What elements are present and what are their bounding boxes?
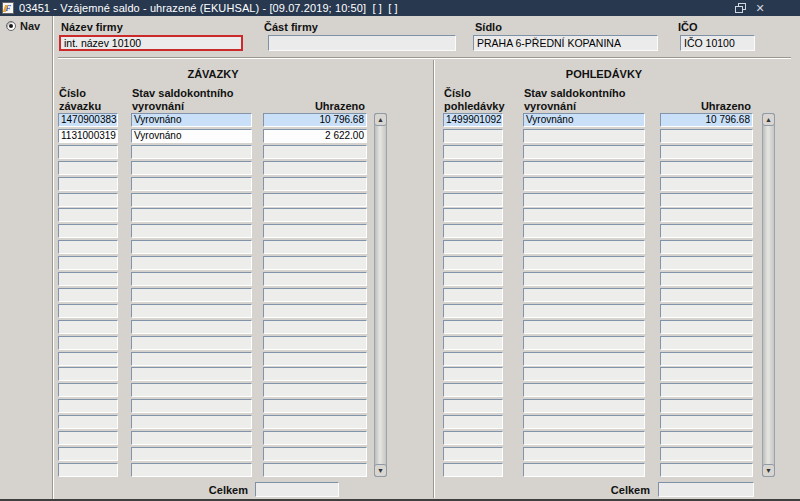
pohledavky-cell-cislo[interactable] xyxy=(443,208,503,222)
zavazky-cell-cislo[interactable] xyxy=(58,431,118,445)
pohledavky-cell-stav[interactable] xyxy=(523,224,645,238)
zavazky-cell-uhrazeno[interactable] xyxy=(263,177,367,191)
pohledavky-cell-uhrazeno[interactable] xyxy=(660,447,753,461)
zavazky-cell-stav[interactable] xyxy=(131,288,252,302)
pohledavky-cell-cislo[interactable] xyxy=(443,304,503,318)
zavazky-cell-cislo[interactable]: 1131000319 xyxy=(58,129,118,143)
pohledavky-cell-stav[interactable] xyxy=(523,431,645,445)
pohledavky-cell-stav[interactable] xyxy=(523,129,645,143)
pohledavky-cell-uhrazeno[interactable] xyxy=(660,193,753,207)
zavazky-cell-stav[interactable] xyxy=(131,463,252,477)
pohledavky-cell-cislo[interactable] xyxy=(443,367,503,381)
pohledavky-scroll-up-icon[interactable]: ▲ xyxy=(762,113,775,126)
zavazky-cell-cislo[interactable] xyxy=(58,208,118,222)
zavazky-cell-cislo[interactable] xyxy=(58,256,118,270)
zavazky-cell-stav[interactable] xyxy=(131,208,252,222)
pohledavky-cell-stav[interactable] xyxy=(523,383,645,397)
pohledavky-cell-stav[interactable] xyxy=(523,161,645,175)
pohledavky-cell-cislo[interactable] xyxy=(443,352,503,366)
zavazky-cell-stav[interactable] xyxy=(131,399,252,413)
zavazky-cell-stav[interactable]: Vyrovnáno xyxy=(131,129,252,143)
pohledavky-cell-stav[interactable] xyxy=(523,177,645,191)
pohledavky-cell-stav[interactable] xyxy=(523,145,645,159)
zavazky-cell-stav[interactable] xyxy=(131,415,252,429)
zavazky-cell-stav[interactable] xyxy=(131,383,252,397)
zavazky-cell-stav[interactable] xyxy=(131,193,252,207)
zavazky-cell-uhrazeno[interactable] xyxy=(263,399,367,413)
pohledavky-cell-uhrazeno[interactable] xyxy=(660,367,753,381)
zavazky-cell-uhrazeno[interactable] xyxy=(263,161,367,175)
nav-radio-group[interactable]: Nav xyxy=(6,20,40,32)
zavazky-cell-uhrazeno[interactable] xyxy=(263,145,367,159)
zavazky-cell-stav[interactable] xyxy=(131,336,252,350)
zavazky-cell-stav[interactable] xyxy=(131,352,252,366)
zavazky-cell-cislo[interactable] xyxy=(58,224,118,238)
pohledavky-cell-cislo[interactable] xyxy=(443,288,503,302)
pohledavky-cell-uhrazeno[interactable] xyxy=(660,383,753,397)
pohledavky-cell-cislo[interactable] xyxy=(443,415,503,429)
zavazky-cell-stav[interactable] xyxy=(131,367,252,381)
pohledavky-cell-cislo[interactable] xyxy=(443,240,503,254)
pohledavky-cell-cislo[interactable] xyxy=(443,272,503,286)
zavazky-cell-cislo[interactable] xyxy=(58,304,118,318)
pohledavky-cell-cislo[interactable] xyxy=(443,320,503,334)
pohledavky-cell-stav[interactable] xyxy=(523,399,645,413)
pohledavky-cell-uhrazeno[interactable] xyxy=(660,431,753,445)
restore-window-icon[interactable] xyxy=(734,2,746,14)
zavazky-cell-cislo[interactable] xyxy=(58,272,118,286)
zavazky-cell-cislo[interactable] xyxy=(58,399,118,413)
pohledavky-cell-cislo[interactable] xyxy=(443,447,503,461)
nazev-firmy-input[interactable]: int. název 10100 xyxy=(59,35,243,51)
zavazky-cell-cislo[interactable] xyxy=(58,383,118,397)
zavazky-cell-cislo[interactable] xyxy=(58,193,118,207)
zavazky-cell-cislo[interactable] xyxy=(58,352,118,366)
zavazky-cell-uhrazeno[interactable] xyxy=(263,367,367,381)
pohledavky-cell-stav[interactable] xyxy=(523,193,645,207)
zavazky-cell-stav[interactable] xyxy=(131,145,252,159)
zavazky-cell-uhrazeno[interactable] xyxy=(263,352,367,366)
zavazky-cell-uhrazeno[interactable] xyxy=(263,304,367,318)
pohledavky-cell-cislo[interactable] xyxy=(443,463,503,477)
pohledavky-cell-uhrazeno[interactable] xyxy=(660,320,753,334)
pohledavky-cell-uhrazeno[interactable] xyxy=(660,224,753,238)
pohledavky-cell-stav[interactable] xyxy=(523,320,645,334)
pohledavky-cell-uhrazeno[interactable] xyxy=(660,463,753,477)
pohledavky-cell-cislo[interactable] xyxy=(443,145,503,159)
pohledavky-cell-uhrazeno[interactable] xyxy=(660,177,753,191)
zavazky-scroll-up-icon[interactable]: ▲ xyxy=(374,113,387,126)
pohledavky-cell-cislo[interactable] xyxy=(443,256,503,270)
zavazky-cell-cislo[interactable] xyxy=(58,177,118,191)
pohledavky-cell-stav[interactable] xyxy=(523,304,645,318)
pohledavky-cell-uhrazeno[interactable] xyxy=(660,288,753,302)
pohledavky-cell-cislo[interactable] xyxy=(443,177,503,191)
zavazky-cell-cislo[interactable] xyxy=(58,145,118,159)
pohledavky-cell-uhrazeno[interactable] xyxy=(660,415,753,429)
zavazky-scrollbar[interactable] xyxy=(374,113,387,477)
zavazky-cell-uhrazeno[interactable] xyxy=(263,224,367,238)
cast-firmy-input[interactable] xyxy=(268,35,456,51)
pohledavky-cell-stav[interactable] xyxy=(523,447,645,461)
pohledavky-cell-stav[interactable] xyxy=(523,240,645,254)
zavazky-cell-stav[interactable] xyxy=(131,256,252,270)
zavazky-cell-uhrazeno[interactable] xyxy=(263,208,367,222)
pohledavky-cell-cislo[interactable] xyxy=(443,383,503,397)
pohledavky-scroll-down-icon[interactable]: ▼ xyxy=(762,464,775,477)
zavazky-cell-uhrazeno[interactable] xyxy=(263,320,367,334)
pohledavky-cell-stav[interactable] xyxy=(523,463,645,477)
zavazky-cell-uhrazeno[interactable] xyxy=(263,256,367,270)
pohledavky-celkem-field[interactable] xyxy=(658,482,754,497)
pohledavky-cell-stav[interactable] xyxy=(523,367,645,381)
pohledavky-scrollbar[interactable] xyxy=(762,113,775,477)
zavazky-cell-stav[interactable] xyxy=(131,320,252,334)
zavazky-cell-cislo[interactable]: 1470900383 xyxy=(58,113,118,127)
zavazky-cell-stav[interactable] xyxy=(131,304,252,318)
zavazky-cell-uhrazeno[interactable] xyxy=(263,415,367,429)
zavazky-cell-cislo[interactable] xyxy=(58,288,118,302)
pohledavky-cell-uhrazeno[interactable] xyxy=(660,352,753,366)
pohledavky-cell-uhrazeno[interactable] xyxy=(660,272,753,286)
zavazky-cell-uhrazeno[interactable]: 2 622.00 xyxy=(263,129,367,143)
zavazky-cell-uhrazeno[interactable] xyxy=(263,463,367,477)
zavazky-cell-stav[interactable] xyxy=(131,272,252,286)
ico-input[interactable]: IČO 10100 xyxy=(680,35,755,51)
pohledavky-cell-cislo[interactable] xyxy=(443,431,503,445)
